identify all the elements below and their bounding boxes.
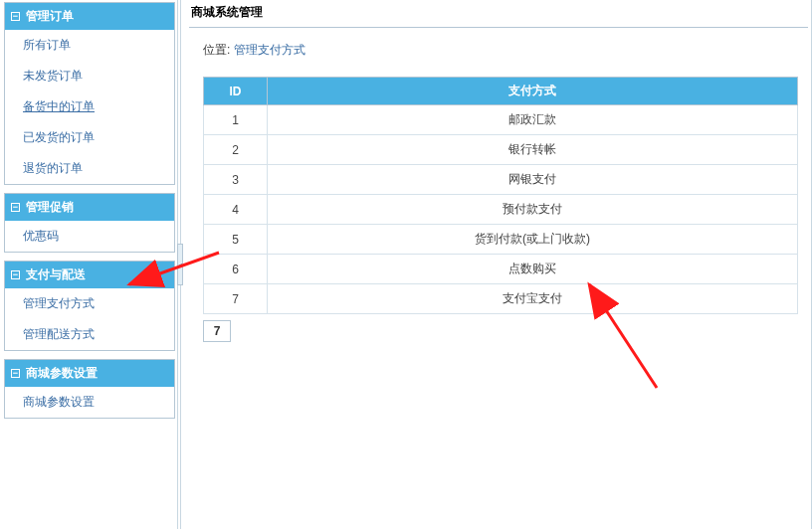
payment-methods-table: ID 支付方式 1邮政汇款 2银行转帐 3网银支付 4预付款支付 5货到付款(或… — [203, 77, 798, 314]
table-row[interactable]: 2银行转帐 — [204, 135, 798, 165]
table-row[interactable]: 3网银支付 — [204, 165, 798, 195]
sidebar: − 管理订单 所有订单 未发货订单 备货中的订单 已发货的订单 退货的订单 − … — [0, 0, 177, 529]
sidebar-item-shipped-orders[interactable]: 已发货的订单 — [5, 122, 174, 153]
pager: 7 — [203, 320, 798, 342]
cell-method: 货到付款(或上门收款) — [268, 225, 798, 255]
breadcrumb-sep: : — [227, 43, 234, 57]
cell-method: 银行转帐 — [268, 135, 798, 165]
page-title: 商城系统管理 — [189, 0, 808, 28]
sidebar-item-preparing-orders[interactable]: 备货中的订单 — [5, 91, 174, 122]
table-row[interactable]: 1邮政汇款 — [204, 105, 798, 135]
breadcrumb: 位置: 管理支付方式 — [189, 28, 808, 77]
main-content: 商城系统管理 位置: 管理支付方式 ID 支付方式 1邮政汇款 2银行转帐 3网… — [181, 0, 812, 529]
panel-manage-promotion: − 管理促销 优惠码 — [4, 193, 175, 253]
cell-id: 1 — [204, 105, 268, 135]
sidebar-item-coupon[interactable]: 优惠码 — [5, 221, 174, 252]
cell-method: 预付款支付 — [268, 195, 798, 225]
breadcrumb-link[interactable]: 管理支付方式 — [234, 43, 305, 57]
panel-header-payment-delivery[interactable]: − 支付与配送 — [5, 262, 174, 288]
table-row[interactable]: 4预付款支付 — [204, 195, 798, 225]
cell-id: 7 — [204, 284, 268, 314]
cell-id: 6 — [204, 255, 268, 284]
sidebar-item-return-orders[interactable]: 退货的订单 — [5, 153, 174, 184]
panel-header-manage-promotion[interactable]: − 管理促销 — [5, 194, 174, 221]
expander-icon: − — [11, 369, 20, 378]
expander-icon: − — [11, 203, 20, 212]
pager-current[interactable]: 7 — [203, 320, 231, 342]
cell-id: 5 — [204, 225, 268, 255]
cell-id: 4 — [204, 195, 268, 225]
panel-title: 支付与配送 — [26, 266, 86, 283]
sidebar-item-mall-params[interactable]: 商城参数设置 — [5, 387, 174, 418]
table-header-method: 支付方式 — [268, 78, 798, 105]
panel-title: 管理促销 — [26, 199, 74, 216]
cell-id: 2 — [204, 135, 268, 165]
cell-method: 网银支付 — [268, 165, 798, 195]
table-header-id: ID — [204, 78, 268, 105]
sidebar-item-manage-delivery[interactable]: 管理配送方式 — [5, 319, 174, 350]
cell-method: 点数购买 — [268, 255, 798, 284]
table-row[interactable]: 5货到付款(或上门收款) — [204, 225, 798, 255]
table-row[interactable]: 7支付宝支付 — [204, 284, 798, 314]
panel-manage-orders: − 管理订单 所有订单 未发货订单 备货中的订单 已发货的订单 退货的订单 — [4, 2, 175, 185]
sidebar-item-unshipped-orders[interactable]: 未发货订单 — [5, 61, 174, 91]
panel-header-mall-settings[interactable]: − 商城参数设置 — [5, 360, 174, 387]
table-row[interactable]: 6点数购买 — [204, 255, 798, 284]
cell-id: 3 — [204, 165, 268, 195]
panel-title: 管理订单 — [26, 8, 74, 25]
panel-payment-delivery: − 支付与配送 管理支付方式 管理配送方式 — [4, 261, 175, 351]
cell-method: 支付宝支付 — [268, 284, 798, 314]
expander-icon: − — [11, 12, 20, 21]
sidebar-item-manage-payment[interactable]: 管理支付方式 — [5, 288, 174, 319]
expander-icon: − — [11, 270, 20, 279]
panel-title: 商城参数设置 — [26, 365, 98, 382]
breadcrumb-label: 位置 — [203, 43, 227, 57]
sidebar-item-all-orders[interactable]: 所有订单 — [5, 30, 174, 61]
cell-method: 邮政汇款 — [268, 105, 798, 135]
panel-header-manage-orders[interactable]: − 管理订单 — [5, 3, 174, 30]
panel-mall-settings: − 商城参数设置 商城参数设置 — [4, 359, 175, 419]
